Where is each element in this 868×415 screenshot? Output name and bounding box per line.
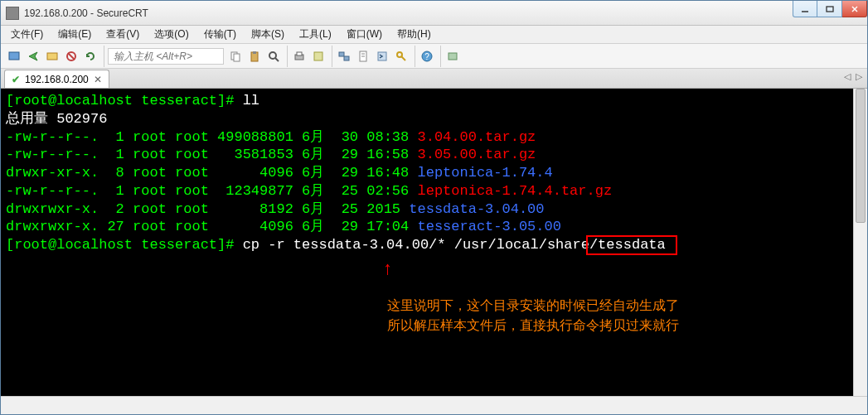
tab-next-icon[interactable]: ▷ xyxy=(856,71,862,82)
title-bar[interactable]: 192.168.0.200 - SecureCRT xyxy=(1,1,867,26)
maximize-button[interactable] xyxy=(817,1,842,17)
app-icon xyxy=(6,7,19,20)
log-icon[interactable] xyxy=(355,48,371,65)
close-icon xyxy=(851,5,859,13)
host-input[interactable] xyxy=(108,48,224,65)
connected-icon: ✔ xyxy=(12,74,20,85)
tab-bar: ✔ 192.168.0.200 ✕ ◁ ▷ xyxy=(1,69,867,89)
annotation-box xyxy=(586,235,677,255)
menu-window[interactable]: 窗口(W) xyxy=(347,27,382,41)
sessions-icon[interactable] xyxy=(336,48,352,65)
toolbar-group-3 xyxy=(291,46,332,67)
note-line-1: 这里说明下，这个目录安装的时候已经自动生成了 xyxy=(387,296,679,316)
svg-text:?: ? xyxy=(424,52,429,61)
annotation-note: 这里说明下，这个目录安装的时候已经自动生成了 所以解压样本文件后，直接执行命令拷… xyxy=(387,296,679,335)
toolbar-group-6 xyxy=(444,46,466,67)
terminal-content: [root@localhost tesseract]# ll总用量 502976… xyxy=(6,92,862,254)
svg-rect-17 xyxy=(339,52,344,56)
toolbar-group-5: ? xyxy=(419,46,441,67)
find-icon[interactable] xyxy=(265,48,282,65)
menu-options[interactable]: 选项(O) xyxy=(154,27,188,41)
minimize-icon xyxy=(801,5,809,13)
menu-edit[interactable]: 编辑(E) xyxy=(58,27,91,41)
note-line-2: 所以解压样本文件后，直接执行命令拷贝过来就行 xyxy=(387,316,679,335)
close-button[interactable] xyxy=(842,1,867,17)
tab-label: 192.168.0.200 xyxy=(25,74,89,85)
session-icon[interactable] xyxy=(44,48,61,65)
toolbar-group-4 xyxy=(336,46,415,67)
script-icon[interactable] xyxy=(374,48,390,65)
menu-tools[interactable]: 工具(L) xyxy=(299,27,332,41)
toolbar-group-2 xyxy=(227,46,288,67)
disconnect-icon[interactable] xyxy=(63,48,80,65)
svg-line-13 xyxy=(275,58,279,61)
svg-rect-16 xyxy=(314,52,322,60)
annotation-arrow: ↑ xyxy=(382,258,393,282)
svg-line-24 xyxy=(401,56,405,60)
key-icon[interactable] xyxy=(393,48,410,65)
svg-rect-4 xyxy=(9,52,19,60)
status-bar xyxy=(1,396,867,414)
menu-view[interactable]: 查看(V) xyxy=(106,27,139,41)
svg-rect-15 xyxy=(297,52,302,55)
extra-icon[interactable] xyxy=(444,48,461,65)
svg-rect-11 xyxy=(253,51,256,54)
session-tab[interactable]: ✔ 192.168.0.200 ✕ xyxy=(4,70,109,88)
options-icon[interactable] xyxy=(310,48,327,65)
tab-nav: ◁ ▷ xyxy=(844,71,862,82)
maximize-icon xyxy=(826,5,834,13)
svg-rect-9 xyxy=(234,54,240,61)
svg-rect-18 xyxy=(344,56,349,60)
paste-icon[interactable] xyxy=(246,48,263,65)
tab-prev-icon[interactable]: ◁ xyxy=(844,71,851,82)
svg-rect-5 xyxy=(47,53,57,60)
print-icon[interactable] xyxy=(291,48,308,65)
menu-transfer[interactable]: 传输(T) xyxy=(204,27,236,41)
app-window: 192.168.0.200 - SecureCRT 文件(F) 编辑(E) 查看… xyxy=(0,0,868,415)
copy-icon[interactable] xyxy=(227,48,244,65)
menu-script[interactable]: 脚本(S) xyxy=(251,27,284,41)
quick-connect-icon[interactable] xyxy=(25,48,41,65)
window-controls xyxy=(793,1,867,17)
menu-help[interactable]: 帮助(H) xyxy=(397,27,431,41)
svg-point-12 xyxy=(269,52,276,59)
window-title: 192.168.0.200 - SecureCRT xyxy=(24,7,148,19)
menu-bar: 文件(F) 编辑(E) 查看(V) 选项(O) 传输(T) 脚本(S) 工具(L… xyxy=(1,26,867,44)
toolbar-group-1 xyxy=(6,46,104,67)
help-icon[interactable]: ? xyxy=(419,48,435,65)
svg-line-7 xyxy=(68,53,75,60)
minimize-button[interactable] xyxy=(793,1,817,17)
toolbar: ? xyxy=(1,44,867,69)
menu-file[interactable]: 文件(F) xyxy=(11,27,43,41)
reconnect-icon[interactable] xyxy=(82,48,99,65)
tab-close-icon[interactable]: ✕ xyxy=(94,74,102,85)
svg-rect-1 xyxy=(827,7,833,12)
svg-rect-27 xyxy=(449,53,457,60)
terminal-scrollbar[interactable] xyxy=(853,89,867,396)
terminal[interactable]: [root@localhost tesseract]# ll总用量 502976… xyxy=(1,89,867,396)
connect-icon[interactable] xyxy=(6,48,22,65)
